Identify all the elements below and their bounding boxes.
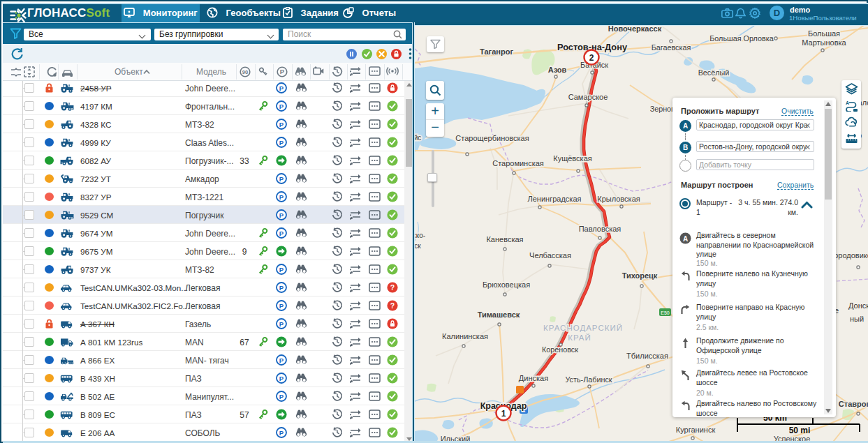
svg-text:E50: E50 (661, 310, 670, 315)
svg-text:P: P (279, 356, 284, 364)
svg-text:P: P (279, 103, 284, 110)
svg-text:P: P (279, 211, 284, 219)
svg-text:50 mi: 50 mi (789, 426, 811, 435)
svg-text:Ленинградская: Ленинградская (528, 195, 582, 203)
svg-text:Большая: Большая (808, 29, 840, 38)
svg-text:Весёлый: Весёлый (698, 68, 730, 77)
svg-text:Ставроп: Ставроп (839, 400, 868, 408)
svg-text:ородовико: ородовико (834, 251, 868, 260)
svg-text:P: P (279, 230, 284, 237)
svg-text:Челбасская: Челбасская (529, 251, 571, 260)
svg-text:P: P (279, 193, 284, 201)
svg-text:P: P (279, 302, 284, 310)
svg-text:ный: ный (850, 315, 864, 323)
svg-text:КРАЙ: КРАЙ (568, 333, 591, 342)
svg-text:Мартыновка: Мартыновка (802, 38, 846, 47)
svg-text:P: P (279, 84, 284, 92)
svg-text:Кореновск: Кореновск (542, 345, 578, 354)
svg-text:Усть-Лабинск: Усть-Лабинск (565, 375, 612, 384)
svg-text:Кущёвская: Кущёвская (553, 154, 591, 163)
svg-text:2: 2 (589, 53, 594, 63)
svg-text:Таганрог: Таганрог (480, 47, 513, 56)
svg-text:Курганинск: Курганинск (676, 426, 716, 434)
svg-text:КРАСНОДАРСКИЙ: КРАСНОДАРСКИЙ (543, 324, 623, 332)
svg-text:А: А (683, 235, 688, 243)
svg-text:P: P (279, 266, 284, 273)
svg-text:Калининская: Калининская (442, 332, 488, 340)
svg-text:Тимашевск: Тимашевск (478, 310, 520, 319)
svg-text:Старощербиновская: Старощербиновская (455, 134, 529, 142)
svg-text:?: ? (390, 301, 395, 310)
svg-text:P: P (279, 121, 284, 128)
svg-text:Крыловская: Крыловская (597, 195, 640, 203)
svg-text:P: P (279, 175, 284, 183)
svg-text:А: А (846, 100, 849, 105)
svg-text:ско-: ско- (415, 232, 425, 239)
svg-text:?: ? (390, 283, 395, 292)
svg-text:Большая Орловка: Большая Орловка (709, 34, 773, 43)
svg-text:Новочеркасск: Новочеркасск (608, 26, 662, 33)
svg-text:90: 90 (242, 69, 248, 75)
svg-text:йс: йс (415, 134, 421, 142)
svg-text:P: P (279, 393, 284, 400)
svg-text:P: P (279, 139, 284, 147)
svg-text:Тихорецк: Тихорецк (622, 271, 658, 280)
svg-text:Багаевская: Багаевская (652, 43, 691, 52)
svg-text:Брюховецкая: Брюховецкая (483, 280, 530, 289)
svg-text:Павловская: Павловская (579, 225, 621, 233)
svg-text:P: P (279, 375, 284, 382)
svg-text:P: P (280, 68, 285, 75)
svg-text:Каневская: Каневская (486, 235, 523, 243)
svg-text:Азов: Азов (548, 66, 567, 74)
svg-text:Староминская: Староминская (492, 159, 544, 167)
svg-text:P: P (279, 284, 284, 292)
svg-text:Донск: Донск (848, 301, 868, 310)
svg-text:1: 1 (501, 409, 506, 419)
svg-text:ск: ск (415, 242, 421, 250)
svg-text:P: P (279, 429, 284, 437)
svg-text:P: P (279, 320, 284, 328)
svg-text:Самарское: Самарское (568, 93, 608, 101)
svg-text:Тбилисская: Тбилисская (626, 352, 668, 360)
svg-text:Динская: Динская (519, 374, 548, 382)
